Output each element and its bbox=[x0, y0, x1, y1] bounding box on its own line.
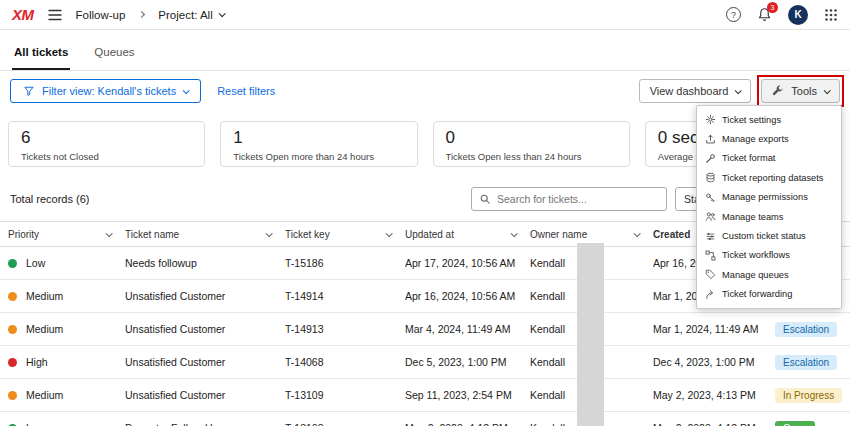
priority-dot bbox=[8, 358, 17, 367]
ticket-name: Needs followup bbox=[125, 257, 285, 269]
ticket-key: T-15186 bbox=[285, 257, 405, 269]
top-navbar: XM Follow-up Project: All ? 3 K bbox=[0, 0, 850, 30]
chevron-down-icon[interactable] bbox=[106, 230, 113, 237]
workflow-icon bbox=[705, 250, 716, 261]
column-label: Updated at bbox=[405, 229, 454, 240]
stat-card-tickets-not-closed[interactable]: 6 Tickets not Closed bbox=[8, 121, 205, 167]
tools-button[interactable]: Tools bbox=[761, 79, 840, 103]
app-grid-icon[interactable] bbox=[824, 8, 838, 22]
avatar[interactable]: K bbox=[788, 5, 808, 25]
view-dashboard-button[interactable]: View dashboard bbox=[639, 79, 752, 103]
column-header-ticket-key[interactable]: Ticket key bbox=[285, 229, 405, 240]
column-header-owner-name[interactable]: Owner name bbox=[530, 229, 653, 240]
export-icon bbox=[705, 134, 716, 145]
ticket-key: T-13108 bbox=[285, 422, 405, 426]
funnel-icon bbox=[23, 85, 35, 97]
stat-card-open-less-24h[interactable]: 0 Tickets Open less than 24 hours bbox=[433, 121, 630, 167]
created-at: Mar 1, 2024, 11:49 AM bbox=[653, 323, 775, 335]
tab-queues[interactable]: Queues bbox=[92, 34, 136, 70]
status-badge: In Progress bbox=[775, 388, 842, 403]
menu-item-label: Manage exports bbox=[722, 134, 789, 144]
ticket-key: T-14914 bbox=[285, 290, 405, 302]
view-dashboard-label: View dashboard bbox=[650, 85, 729, 97]
reset-filters-link[interactable]: Reset filters bbox=[217, 85, 275, 97]
project-selector-label: Project: All bbox=[158, 9, 212, 21]
key-icon bbox=[705, 192, 716, 203]
chevron-down-icon bbox=[735, 87, 742, 94]
menu-item-label: Manage queues bbox=[722, 270, 789, 280]
priority-value: Medium bbox=[26, 389, 63, 401]
column-header-priority[interactable]: Priority bbox=[8, 229, 125, 240]
column-label: Ticket name bbox=[125, 229, 179, 240]
chevron-down-icon[interactable] bbox=[386, 230, 393, 237]
stat-label: Tickets Open more than 24 hours bbox=[233, 151, 404, 162]
chevron-down-icon[interactable] bbox=[511, 230, 518, 237]
chevron-down-icon bbox=[218, 10, 225, 17]
menu-item-label: Ticket settings bbox=[722, 115, 781, 125]
column-header-ticket-name[interactable]: Ticket name bbox=[125, 229, 285, 240]
total-records-label: Total records (6) bbox=[10, 193, 89, 205]
forward-arrow-icon bbox=[705, 289, 716, 300]
stat-value: 1 bbox=[233, 128, 404, 148]
priority-value: Medium bbox=[26, 323, 63, 335]
menu-item-label: Ticket reporting datasets bbox=[722, 173, 823, 183]
status-sliders-icon bbox=[705, 231, 716, 242]
table-row[interactable]: Low Promoter Follow-Up T-13108 May 2, 20… bbox=[0, 412, 850, 426]
stat-label: Tickets not Closed bbox=[21, 151, 192, 162]
menu-item-manage-permissions[interactable]: Manage permissions bbox=[697, 188, 841, 207]
menu-item-ticket-reporting-datasets[interactable]: Ticket reporting datasets bbox=[697, 168, 841, 187]
menu-item-label: Ticket format bbox=[722, 153, 775, 163]
tools-dropdown-menu: Ticket settings Manage exports Ticket fo… bbox=[696, 105, 842, 309]
table-row[interactable]: Medium Unsatisfied Customer T-14913 Mar … bbox=[0, 313, 850, 346]
menu-item-ticket-workflows[interactable]: Ticket workflows bbox=[697, 246, 841, 265]
table-row[interactable]: High Unsatisfied Customer T-14068 Dec 5,… bbox=[0, 346, 850, 379]
priority-value: Low bbox=[26, 257, 45, 269]
breadcrumb-section[interactable]: Follow-up bbox=[76, 9, 126, 21]
ticket-key: T-13109 bbox=[285, 389, 405, 401]
tab-all-tickets[interactable]: All tickets bbox=[12, 34, 70, 70]
table-row[interactable]: Medium Unsatisfied Customer T-13109 Sep … bbox=[0, 379, 850, 412]
help-icon[interactable]: ? bbox=[726, 7, 741, 22]
ticket-name: Unsatisfied Customer bbox=[125, 389, 285, 401]
column-label: Ticket key bbox=[285, 229, 330, 240]
menu-item-custom-ticket-status[interactable]: Custom ticket status bbox=[697, 226, 841, 245]
column-label: Created bbox=[653, 229, 690, 240]
menu-item-ticket-format[interactable]: Ticket format bbox=[697, 149, 841, 168]
ticket-name: Promoter Follow-Up bbox=[125, 422, 285, 426]
hamburger-menu-icon[interactable] bbox=[48, 9, 62, 21]
project-selector[interactable]: Project: All bbox=[158, 9, 223, 21]
search-input[interactable] bbox=[497, 193, 659, 205]
menu-item-manage-exports[interactable]: Manage exports bbox=[697, 129, 841, 148]
menu-item-ticket-forwarding[interactable]: Ticket forwarding bbox=[697, 285, 841, 304]
priority-value: High bbox=[26, 356, 48, 368]
menu-item-label: Manage permissions bbox=[722, 192, 808, 202]
ticket-tabs: All tickets Queues bbox=[0, 30, 850, 71]
ticket-key: T-14068 bbox=[285, 356, 405, 368]
status-badge: Escalation bbox=[775, 322, 837, 337]
updated-at: Mar 4, 2024, 11:49 AM bbox=[405, 323, 530, 335]
column-label: Owner name bbox=[530, 229, 587, 240]
created-at: May 2, 2023, 4:12 PM bbox=[653, 422, 775, 426]
stat-value: 6 bbox=[21, 128, 192, 148]
priority-dot bbox=[8, 325, 17, 334]
chevron-down-icon[interactable] bbox=[634, 230, 641, 237]
menu-item-ticket-settings[interactable]: Ticket settings bbox=[697, 110, 841, 129]
updated-at: Sep 11, 2023, 2:54 PM bbox=[405, 389, 530, 401]
xm-logo[interactable]: XM bbox=[12, 6, 34, 23]
priority-dot bbox=[8, 259, 17, 268]
created-at: Dec 4, 2023, 1:00 PM bbox=[653, 356, 775, 368]
column-header-updated-at[interactable]: Updated at bbox=[405, 229, 530, 240]
updated-at: Apr 16, 2024, 10:56 AM bbox=[405, 290, 530, 302]
stat-card-open-more-24h[interactable]: 1 Tickets Open more than 24 hours bbox=[220, 121, 417, 167]
notifications-button[interactable]: 3 bbox=[757, 7, 772, 22]
tag-icon bbox=[705, 269, 716, 280]
menu-item-manage-queues[interactable]: Manage queues bbox=[697, 265, 841, 284]
menu-item-label: Custom ticket status bbox=[722, 231, 806, 241]
tools-button-wrapper: Tools bbox=[761, 79, 840, 103]
dataset-icon bbox=[705, 172, 716, 183]
chevron-down-icon[interactable] bbox=[266, 230, 273, 237]
tools-label: Tools bbox=[791, 85, 817, 97]
table-scrollbar[interactable] bbox=[577, 243, 604, 426]
menu-item-manage-teams[interactable]: Manage teams bbox=[697, 207, 841, 226]
filter-view-button[interactable]: Filter view: Kendall's tickets bbox=[10, 79, 201, 103]
